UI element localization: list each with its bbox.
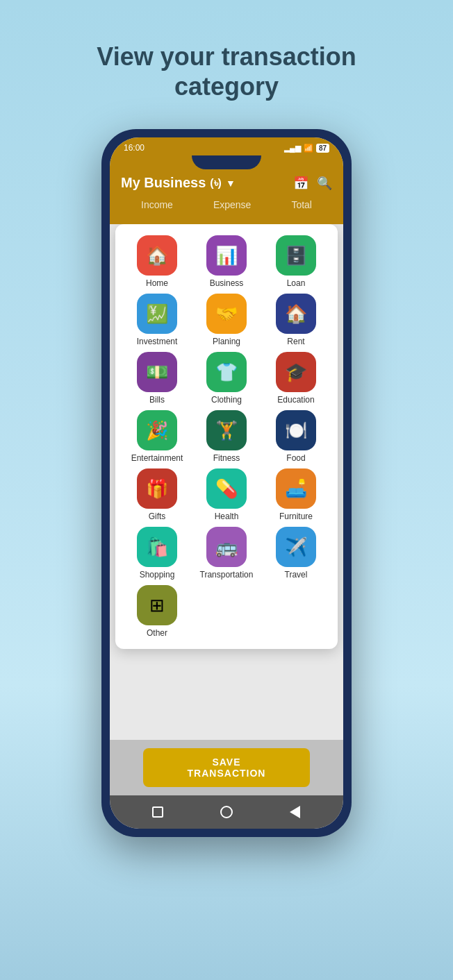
transportation-label: Transportation — [200, 570, 254, 580]
phone-mockup: 16:00 ▂▄▆ 📶 87 My Business (৳) ▼ — [101, 129, 352, 837]
rent-label: Rent — [287, 337, 304, 346]
category-food[interactable]: 🍽️Food — [263, 410, 329, 463]
education-label: Education — [277, 395, 314, 405]
app-header: My Business (৳) ▼ 📅 🔍 Income Expense Tot… — [110, 169, 343, 224]
health-icon: 💊 — [206, 468, 247, 509]
fitness-icon: 🏋️ — [206, 410, 247, 450]
rent-icon: 🏠 — [276, 294, 316, 334]
home-label: Home — [146, 278, 168, 288]
clothing-icon: 👕 — [206, 352, 247, 392]
category-loan[interactable]: 🗄️Loan — [263, 235, 329, 288]
category-gifts[interactable]: 🎁Gifts — [124, 468, 190, 521]
transportation-icon: 🚌 — [206, 527, 247, 567]
header-actions: 📅 🔍 — [293, 176, 332, 191]
category-planning[interactable]: 🤝Planing — [193, 294, 260, 346]
categories-grid: 🏠Home📊Business🗄️Loan💹Investment🤝Planing🏠… — [124, 235, 329, 638]
tab-income[interactable]: Income — [130, 196, 184, 216]
search-icon[interactable]: 🔍 — [317, 176, 332, 191]
bills-icon: 💵 — [137, 352, 177, 392]
shopping-icon: 🛍️ — [137, 527, 177, 567]
category-business[interactable]: 📊Business — [193, 235, 260, 288]
category-bills[interactable]: 💵Bills — [124, 352, 190, 405]
signal-icon: ▂▄▆ — [284, 144, 301, 153]
investment-label: Investment — [137, 337, 178, 346]
category-furniture[interactable]: 🛋️Furniture — [263, 468, 329, 521]
loan-label: Loan — [287, 278, 306, 288]
category-entertainment[interactable]: 🎉Entertainment — [124, 410, 190, 463]
category-fitness[interactable]: 🏋️Fitness — [193, 410, 260, 463]
nav-home-button[interactable] — [219, 804, 234, 820]
other-label: Other — [147, 628, 167, 638]
battery-indicator: 87 — [316, 144, 329, 153]
wifi-icon: 📶 — [304, 144, 313, 153]
status-bar: 16:00 ▂▄▆ 📶 87 — [110, 137, 343, 155]
tab-expense[interactable]: Expense — [202, 196, 262, 216]
investment-icon: 💹 — [137, 294, 177, 334]
category-rent[interactable]: 🏠Rent — [263, 294, 329, 346]
business-icon: 📊 — [206, 235, 247, 276]
loan-icon: 🗄️ — [276, 235, 316, 276]
gifts-icon: 🎁 — [137, 468, 177, 509]
travel-label: Travel — [285, 570, 308, 580]
save-area: SAVE TRANSACTION — [110, 740, 343, 795]
app-content: 🏠Home📊Business🗄️Loan💹Investment🤝Planing🏠… — [110, 224, 343, 795]
category-clothing[interactable]: 👕Clothing — [193, 352, 260, 405]
category-other[interactable]: ⊞Other — [124, 585, 190, 638]
gifts-label: Gifts — [149, 512, 166, 521]
health-label: Health — [215, 512, 239, 521]
chevron-down-icon[interactable]: ▼ — [226, 178, 236, 189]
home-icon: 🏠 — [137, 235, 177, 276]
furniture-icon: 🛋️ — [276, 468, 316, 509]
save-transaction-button[interactable]: SAVE TRANSACTION — [143, 748, 310, 787]
calendar-icon[interactable]: 📅 — [293, 176, 308, 191]
header-title: My Business (৳) ▼ — [121, 175, 236, 191]
nav-tabs: Income Expense Total — [121, 196, 332, 216]
page-title: View your transaction category — [53, 42, 400, 101]
planning-icon: 🤝 — [206, 294, 247, 334]
entertainment-icon: 🎉 — [137, 410, 177, 450]
business-label: Business — [210, 278, 244, 288]
nav-square-button[interactable] — [150, 804, 165, 820]
tab-total[interactable]: Total — [280, 196, 323, 216]
entertainment-label: Entertainment — [131, 453, 183, 463]
category-modal: 🏠Home📊Business🗄️Loan💹Investment🤝Planing🏠… — [115, 224, 338, 649]
education-icon: 🎓 — [276, 352, 316, 392]
other-icon: ⊞ — [137, 585, 177, 625]
food-icon: 🍽️ — [276, 410, 316, 450]
category-shopping[interactable]: 🛍️Shopping — [124, 527, 190, 580]
bills-label: Bills — [149, 395, 165, 405]
furniture-label: Furniture — [279, 512, 313, 521]
currency-symbol: (৳) — [210, 177, 222, 189]
category-health[interactable]: 💊Health — [193, 468, 260, 521]
category-travel[interactable]: ✈️Travel — [263, 527, 329, 580]
planning-label: Planing — [213, 337, 240, 346]
fitness-label: Fitness — [213, 453, 240, 463]
travel-icon: ✈️ — [276, 527, 316, 567]
shopping-label: Shopping — [140, 570, 175, 580]
category-education[interactable]: 🎓Education — [263, 352, 329, 405]
category-home[interactable]: 🏠Home — [124, 235, 190, 288]
category-investment[interactable]: 💹Investment — [124, 294, 190, 346]
clothing-label: Clothing — [211, 395, 242, 405]
nav-back-button[interactable] — [288, 804, 303, 820]
category-transportation[interactable]: 🚌Transportation — [193, 527, 260, 580]
status-time: 16:00 — [124, 143, 145, 153]
phone-navbar — [110, 795, 343, 829]
food-label: Food — [286, 453, 305, 463]
